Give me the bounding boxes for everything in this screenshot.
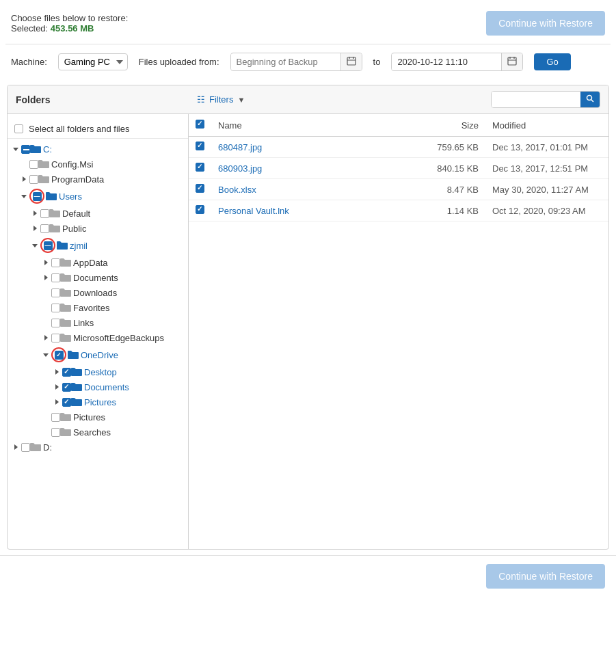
tree-item-onedrive[interactable]: ✓ OneDrive xyxy=(8,345,188,364)
label-favorites: Favorites xyxy=(73,303,109,313)
checkbox-public[interactable] xyxy=(40,224,49,233)
expand-desktop-icon[interactable] xyxy=(51,366,62,377)
checkbox-configmsi[interactable] xyxy=(29,160,38,169)
checkbox-pictures[interactable] xyxy=(51,413,60,422)
select-all-label[interactable]: Select all folders and files xyxy=(29,124,129,134)
expand-documents-z-icon[interactable] xyxy=(40,272,51,283)
tree-item-d[interactable]: D: xyxy=(8,440,188,455)
checkbox-c[interactable] xyxy=(21,145,30,154)
checkbox-downloads[interactable] xyxy=(51,288,60,297)
machine-select[interactable]: Gaming PC xyxy=(58,53,128,70)
file-select-all-checkbox[interactable] xyxy=(196,120,204,129)
checkbox-appdata[interactable] xyxy=(51,258,60,267)
main-panel: Folders ☷ Filters ▼ Select all folders a… xyxy=(7,85,609,550)
filter-icon: ☷ xyxy=(197,94,205,105)
zjmil-check-icon: — xyxy=(45,242,51,249)
tree-item-searches[interactable]: Searches xyxy=(8,425,188,440)
col-size-header: Size xyxy=(417,114,485,137)
tree-item-programdata[interactable]: ProgramData xyxy=(8,172,188,187)
tree-item-links[interactable]: Links xyxy=(8,315,188,330)
select-all-checkbox[interactable] xyxy=(14,124,23,133)
file-checkbox-3[interactable] xyxy=(196,184,204,193)
panel-header: Folders ☷ Filters ▼ xyxy=(8,85,608,114)
file-modified-1: Dec 13, 2017, 01:01 PM xyxy=(485,137,608,158)
date-to-input[interactable] xyxy=(392,54,501,70)
file-name-4: Personal Vault.lnk xyxy=(211,200,417,221)
tree-item-pictures[interactable]: Pictures xyxy=(8,409,188,425)
checkbox-documents-od[interactable] xyxy=(62,383,71,392)
folder-desktop-icon xyxy=(71,367,82,377)
tree-item-pictures-od[interactable]: Pictures xyxy=(8,394,188,409)
file-checkbox-4[interactable] xyxy=(196,205,204,214)
file-name-link-1[interactable]: 680487.jpg xyxy=(218,142,410,152)
top-bar-left: Choose files below to restore: Selected:… xyxy=(11,13,128,33)
expand-c-icon[interactable] xyxy=(10,144,21,154)
expand-pictures-od-icon[interactable] xyxy=(51,397,62,407)
onedrive-inner-box: ✓ xyxy=(55,351,64,360)
label-links: Links xyxy=(73,318,94,328)
expand-documents-od-icon[interactable] xyxy=(51,381,62,392)
file-name-link-3[interactable]: Book.xlsx xyxy=(218,185,410,195)
expand-onedrive-icon[interactable] xyxy=(40,349,51,360)
file-checkbox-2[interactable] xyxy=(196,163,204,172)
search-button[interactable] xyxy=(580,92,600,107)
file-table-body: 680487.jpg 759.65 KB Dec 13, 2017, 01:01… xyxy=(189,137,608,221)
tree-item-documents-z[interactable]: Documents xyxy=(8,270,188,285)
folder-pane: Select all folders and files C: Config.M… xyxy=(8,114,189,549)
tree-item-msedge[interactable]: MicrosoftEdgeBackups xyxy=(8,330,188,345)
tree-item-zjmil[interactable]: — zjmil xyxy=(8,236,188,255)
expand-msedge-icon[interactable] xyxy=(40,332,51,343)
tree-item-downloads[interactable]: Downloads xyxy=(8,285,188,300)
expand-users-icon[interactable] xyxy=(18,191,29,202)
users-inner-box: — xyxy=(33,192,42,201)
selected-size: 453.56 MB xyxy=(51,23,94,33)
tree-item-documents-od[interactable]: Documents xyxy=(8,379,188,394)
label-public: Public xyxy=(62,224,86,234)
tree-item-public[interactable]: Public xyxy=(8,221,188,236)
folders-heading: Folders xyxy=(16,94,197,105)
expand-downloads-icon xyxy=(40,287,51,298)
table-row: Personal Vault.lnk 1.14 KB Oct 12, 2020,… xyxy=(189,200,608,221)
expand-public-icon[interactable] xyxy=(29,223,40,234)
checkbox-default[interactable] xyxy=(40,209,49,218)
checkbox-d[interactable] xyxy=(21,443,30,452)
label-default: Default xyxy=(62,209,90,219)
bottom-restore-button[interactable]: Continue with Restore xyxy=(486,564,605,589)
checkbox-links[interactable] xyxy=(51,319,60,327)
tree-item-c[interactable]: C: xyxy=(8,142,188,157)
file-name-link-4[interactable]: Personal Vault.lnk xyxy=(218,206,410,216)
expand-default-icon[interactable] xyxy=(29,208,40,219)
search-input[interactable] xyxy=(492,92,580,107)
checkbox-pictures-od[interactable] xyxy=(62,398,71,407)
checkbox-searches[interactable] xyxy=(51,428,60,437)
tree-item-desktop[interactable]: Desktop xyxy=(8,364,188,379)
filters-label[interactable]: Filters xyxy=(209,94,233,105)
folder-pictures-od-icon xyxy=(71,397,82,407)
tree-item-users[interactable]: — Users xyxy=(8,187,188,206)
checkbox-documents-z[interactable] xyxy=(51,273,60,282)
top-restore-button[interactable]: Continue with Restore xyxy=(486,11,605,36)
tree-item-default[interactable]: Default xyxy=(8,206,188,221)
file-name-link-2[interactable]: 680903.jpg xyxy=(218,163,410,174)
expand-zjmil-icon[interactable] xyxy=(29,240,40,251)
tree-item-appdata[interactable]: AppData xyxy=(8,255,188,270)
folder-pictures-icon xyxy=(60,412,71,422)
go-button[interactable]: Go xyxy=(534,53,570,70)
checkbox-programdata[interactable] xyxy=(29,175,38,184)
folder-d-icon xyxy=(30,442,41,452)
label-downloads: Downloads xyxy=(73,288,117,298)
tree-item-favorites[interactable]: Favorites xyxy=(8,300,188,315)
checkbox-favorites[interactable] xyxy=(51,304,60,312)
date-from-input[interactable] xyxy=(231,54,340,70)
label-pictures: Pictures xyxy=(73,412,105,422)
calendar-to-button[interactable] xyxy=(501,53,522,70)
calendar-from-button[interactable] xyxy=(340,53,362,70)
expand-appdata-icon[interactable] xyxy=(40,257,51,268)
folder-searches-icon xyxy=(60,427,71,437)
checkbox-desktop[interactable] xyxy=(62,368,71,377)
file-checkbox-1[interactable] xyxy=(196,142,204,150)
expand-programdata-icon[interactable] xyxy=(18,174,29,185)
tree-item-configmsi[interactable]: Config.Msi xyxy=(8,157,188,172)
expand-d-icon[interactable] xyxy=(10,442,21,453)
checkbox-msedge[interactable] xyxy=(51,334,60,342)
